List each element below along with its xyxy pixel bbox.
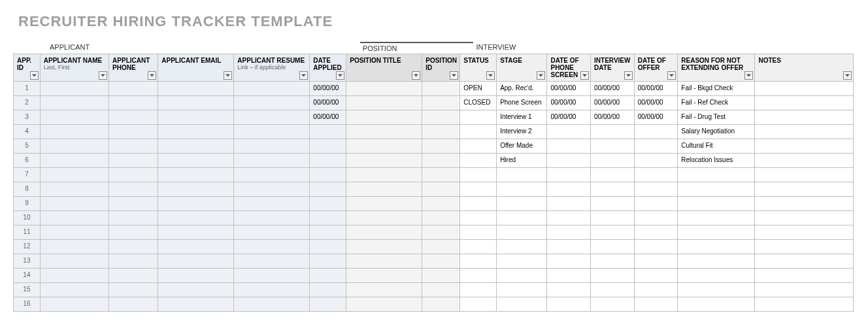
- cell-reason[interactable]: [678, 269, 755, 283]
- cell-position-id[interactable]: [422, 139, 460, 154]
- cell-stage[interactable]: [497, 211, 547, 225]
- cell-interview-date[interactable]: [591, 240, 635, 254]
- cell-reason[interactable]: Fail - Ref Check: [678, 96, 755, 110]
- cell-date-offer[interactable]: [634, 269, 678, 283]
- cell-interview-date[interactable]: [591, 269, 635, 283]
- cell-date-applied[interactable]: [310, 240, 346, 254]
- cell-email[interactable]: [158, 168, 234, 182]
- cell-date-offer[interactable]: [634, 154, 678, 168]
- cell-resume[interactable]: [234, 254, 310, 269]
- cell-status[interactable]: [460, 154, 497, 168]
- filter-button[interactable]: [537, 71, 545, 80]
- cell-date-offer[interactable]: [634, 211, 678, 225]
- cell-name[interactable]: [40, 297, 108, 312]
- cell-notes[interactable]: [755, 168, 854, 182]
- cell-position-title[interactable]: [346, 225, 422, 240]
- cell-position-title[interactable]: [346, 168, 422, 182]
- cell-status[interactable]: [460, 125, 497, 139]
- cell-reason[interactable]: [678, 254, 755, 269]
- cell-date-applied[interactable]: [310, 211, 346, 225]
- cell-rownum[interactable]: 8: [14, 182, 41, 197]
- cell-position-title[interactable]: [346, 211, 422, 225]
- cell-name[interactable]: [40, 254, 108, 269]
- filter-button[interactable]: [336, 71, 344, 80]
- cell-position-title[interactable]: [346, 197, 422, 211]
- cell-notes[interactable]: [755, 211, 854, 225]
- filter-button[interactable]: [99, 71, 107, 80]
- cell-phone[interactable]: [109, 254, 158, 269]
- cell-date-offer[interactable]: [634, 254, 678, 269]
- cell-position-title[interactable]: [346, 254, 422, 269]
- cell-stage[interactable]: App. Rec'd.: [497, 82, 547, 96]
- cell-name[interactable]: [40, 240, 108, 254]
- cell-phone[interactable]: [109, 125, 158, 139]
- cell-rownum[interactable]: 3: [14, 110, 41, 125]
- cell-email[interactable]: [158, 197, 234, 211]
- cell-name[interactable]: [40, 211, 108, 225]
- cell-position-title[interactable]: [346, 82, 422, 96]
- cell-resume[interactable]: [234, 82, 310, 96]
- cell-date-phone-screen[interactable]: [547, 197, 591, 211]
- cell-phone[interactable]: [109, 197, 158, 211]
- cell-phone[interactable]: [109, 139, 158, 154]
- cell-reason[interactable]: Relocation Issues: [678, 154, 755, 168]
- cell-status[interactable]: [460, 139, 497, 154]
- cell-name[interactable]: [40, 139, 108, 154]
- cell-date-offer[interactable]: 00/00/00: [634, 110, 678, 125]
- cell-interview-date[interactable]: [591, 254, 635, 269]
- cell-date-phone-screen[interactable]: [547, 154, 591, 168]
- cell-reason[interactable]: [678, 211, 755, 225]
- cell-rownum[interactable]: 11: [14, 225, 41, 240]
- cell-stage[interactable]: [497, 283, 547, 297]
- cell-date-applied[interactable]: [310, 225, 346, 240]
- cell-stage[interactable]: Phone Screen: [497, 96, 547, 110]
- cell-interview-date[interactable]: [591, 154, 635, 168]
- filter-button[interactable]: [224, 71, 232, 80]
- cell-rownum[interactable]: 4: [14, 125, 41, 139]
- cell-date-applied[interactable]: 00/00/00: [310, 82, 346, 96]
- cell-position-id[interactable]: [422, 168, 460, 182]
- cell-position-title[interactable]: [346, 139, 422, 154]
- cell-reason[interactable]: Fail - Drug Test: [678, 110, 755, 125]
- cell-stage[interactable]: [497, 225, 547, 240]
- cell-rownum[interactable]: 12: [14, 240, 41, 254]
- cell-date-offer[interactable]: [634, 197, 678, 211]
- cell-rownum[interactable]: 1: [14, 82, 41, 96]
- cell-position-id[interactable]: [422, 240, 460, 254]
- cell-date-phone-screen[interactable]: 00/00/00: [547, 96, 591, 110]
- cell-position-id[interactable]: [422, 197, 460, 211]
- cell-resume[interactable]: [234, 240, 310, 254]
- cell-stage[interactable]: Offer Made: [497, 139, 547, 154]
- cell-name[interactable]: [40, 96, 108, 110]
- cell-interview-date[interactable]: [591, 168, 635, 182]
- cell-date-phone-screen[interactable]: [547, 283, 591, 297]
- cell-resume[interactable]: [234, 96, 310, 110]
- cell-date-applied[interactable]: [310, 168, 346, 182]
- cell-date-offer[interactable]: [634, 283, 678, 297]
- cell-stage[interactable]: [497, 197, 547, 211]
- cell-status[interactable]: [460, 197, 497, 211]
- cell-email[interactable]: [158, 211, 234, 225]
- cell-status[interactable]: [460, 283, 497, 297]
- cell-stage[interactable]: [497, 297, 547, 312]
- cell-status[interactable]: [460, 269, 497, 283]
- cell-date-phone-screen[interactable]: [547, 240, 591, 254]
- cell-notes[interactable]: [755, 269, 854, 283]
- cell-position-id[interactable]: [422, 225, 460, 240]
- cell-stage[interactable]: [497, 269, 547, 283]
- filter-button[interactable]: [486, 71, 495, 80]
- cell-phone[interactable]: [109, 110, 158, 125]
- cell-notes[interactable]: [755, 110, 854, 125]
- cell-email[interactable]: [158, 283, 234, 297]
- cell-date-offer[interactable]: [634, 125, 678, 139]
- cell-notes[interactable]: [755, 225, 854, 240]
- cell-notes[interactable]: [755, 254, 854, 269]
- cell-position-id[interactable]: [422, 110, 460, 125]
- cell-stage[interactable]: [497, 254, 547, 269]
- cell-resume[interactable]: [234, 225, 310, 240]
- cell-email[interactable]: [158, 182, 234, 197]
- cell-interview-date[interactable]: [591, 197, 635, 211]
- cell-notes[interactable]: [755, 96, 854, 110]
- cell-resume[interactable]: [234, 154, 310, 168]
- cell-email[interactable]: [158, 254, 234, 269]
